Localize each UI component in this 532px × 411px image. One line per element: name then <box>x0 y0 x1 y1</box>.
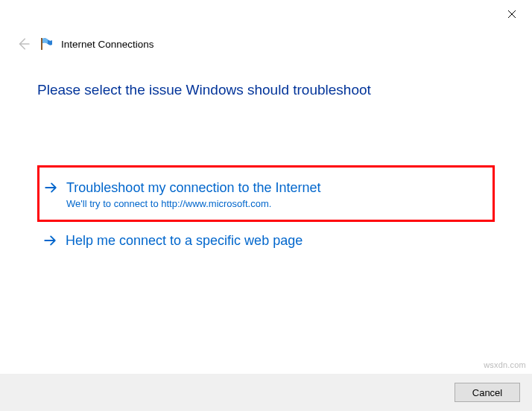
footer: Cancel <box>0 374 532 411</box>
option-title: Troubleshoot my connection to the Intern… <box>66 179 321 197</box>
watermark: wsxdn.com <box>484 360 526 369</box>
svg-rect-2 <box>41 38 42 50</box>
main-content: Please select the issue Windows should t… <box>37 82 495 261</box>
option-specific-webpage[interactable]: Help me connect to a specific web page <box>37 222 495 260</box>
option-text: Help me connect to a specific web page <box>66 232 303 249</box>
troubleshooter-flag-icon <box>39 36 54 51</box>
options-list: Troubleshoot my connection to the Intern… <box>37 165 495 261</box>
option-title: Help me connect to a specific web page <box>66 232 303 249</box>
page-heading: Please select the issue Windows should t… <box>37 82 495 98</box>
option-subtitle: We'll try to connect to http://www.micro… <box>66 198 321 209</box>
cancel-button[interactable]: Cancel <box>455 383 520 402</box>
back-arrow-icon <box>15 36 31 52</box>
arrow-right-icon <box>43 234 57 249</box>
close-button[interactable] <box>504 6 520 22</box>
arrow-right-icon <box>44 181 57 196</box>
option-text: Troubleshoot my connection to the Intern… <box>66 179 321 209</box>
header: Internet Connections <box>15 36 517 52</box>
option-troubleshoot-internet[interactable]: Troubleshoot my connection to the Intern… <box>37 165 495 222</box>
window-title: Internet Connections <box>61 39 154 50</box>
